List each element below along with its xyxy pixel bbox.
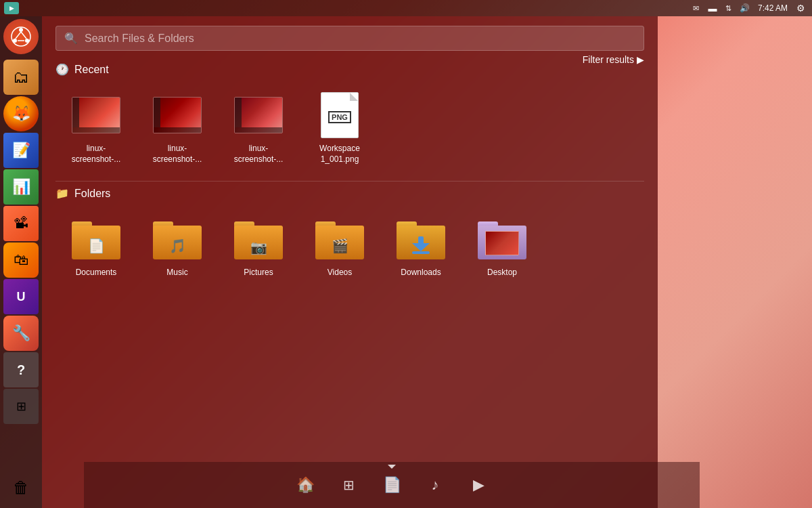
folder-documents-icon: 📄 xyxy=(72,219,120,259)
file-label: Pictures xyxy=(244,268,273,278)
sidebar-item-trash[interactable]: 🗑 xyxy=(3,470,39,505)
list-item[interactable]: 📷 Pictures xyxy=(218,209,299,284)
folder-downloads-icon xyxy=(397,219,445,259)
folder-thumbnail: 🎬 xyxy=(315,215,364,263)
file-label: Music xyxy=(166,268,187,278)
folder-thumbnail: 📷 xyxy=(234,215,283,263)
topbar-left-apps: ▶ xyxy=(0,0,19,16)
sidebar-item-writer[interactable]: 📝 xyxy=(3,133,39,168)
svg-point-3 xyxy=(13,39,17,43)
home-icon: 🏠 xyxy=(296,476,315,494)
topbar: ▶ ✉ ▬ ⇅ 🔊 7:42 AM ⚙ xyxy=(0,0,812,16)
settings-icon: 🔧 xyxy=(12,324,30,342)
file-label: Desktop xyxy=(487,268,517,278)
svg-point-2 xyxy=(25,39,29,43)
list-item[interactable]: linux-screenshot-... xyxy=(218,85,299,170)
volume-icon[interactable]: 🔊 xyxy=(739,2,751,14)
folder-thumbnail xyxy=(397,215,445,263)
filter-results-arrow: ▶ xyxy=(637,54,644,65)
help-icon: ? xyxy=(17,362,25,378)
bottom-dock: 🏠 ⊞ 📄 ♪ ▶ xyxy=(84,462,700,508)
firefox-icon: 🦊 xyxy=(12,105,30,123)
folder-desktop-icon xyxy=(478,219,526,259)
filter-results-label: Filter results xyxy=(583,54,634,65)
recent-icon: 🕐 xyxy=(55,63,69,76)
folder-pictures-icon: 📷 xyxy=(234,219,283,259)
folders-items-grid: 📄 Documents 🎵 Music xyxy=(42,204,658,295)
list-item[interactable]: Desktop xyxy=(461,209,543,284)
sidebar-item-settings[interactable]: 🔧 xyxy=(3,316,39,351)
gear-icon[interactable]: ⚙ xyxy=(794,2,807,14)
file-thumbnail xyxy=(72,91,120,140)
search-input[interactable] xyxy=(85,33,635,45)
sidebar-item-uone[interactable]: U xyxy=(3,279,39,314)
unity-icon: ⊞ xyxy=(16,399,26,414)
music-dock-icon: ♪ xyxy=(432,476,439,494)
files-icon: 🗂 xyxy=(13,68,29,87)
folders-label: Folders xyxy=(74,188,110,200)
dash-overlay: 🔍 Filter results ▶ 🕐 Recent linux-screen… xyxy=(42,16,658,508)
file-thumbnail xyxy=(153,91,202,140)
folder-music-icon: 🎵 xyxy=(153,219,202,259)
file-label: linux-screenshot-... xyxy=(225,144,292,165)
file-label: Documents xyxy=(76,268,117,278)
writer-icon: 📝 xyxy=(12,142,30,159)
sidebar: 🗂 🦊 📝 📊 📽 🛍 U 🔧 ? ⊞ 🗑 xyxy=(0,16,42,508)
dock-video-icon[interactable]: ▶ xyxy=(464,470,493,500)
search-bar[interactable]: 🔍 xyxy=(55,26,644,51)
clock: 7:42 AM xyxy=(758,3,788,13)
topbar-right-icons: ✉ ▬ ⇅ 🔊 7:42 AM ⚙ xyxy=(690,2,807,14)
network-icon[interactable]: ⇅ xyxy=(723,2,735,14)
battery-icon[interactable]: ▬ xyxy=(706,2,719,14)
list-item[interactable]: 🎵 Music xyxy=(137,209,218,284)
svg-point-1 xyxy=(19,28,23,32)
uone-icon: U xyxy=(17,290,26,304)
ubuntu-logo-icon xyxy=(11,26,31,47)
sidebar-item-software[interactable]: 🛍 xyxy=(3,242,39,278)
file-label: linux-screenshot-... xyxy=(143,144,211,165)
png-badge: PNG xyxy=(328,111,351,123)
calc-icon: 📊 xyxy=(12,178,30,196)
screenshot-thumb xyxy=(153,97,202,133)
files-dock-icon: 📄 xyxy=(383,476,401,494)
screenshot-thumb xyxy=(234,97,283,133)
list-item[interactable]: 📄 Documents xyxy=(55,209,137,284)
list-item[interactable]: linux-screenshot-... xyxy=(137,85,218,170)
filter-results-button[interactable]: Filter results ▶ xyxy=(583,42,644,77)
sidebar-item-calc[interactable]: 📊 xyxy=(3,169,39,205)
software-icon: 🛍 xyxy=(14,251,28,269)
dock-home-icon[interactable]: 🏠 xyxy=(290,470,320,500)
list-item[interactable]: linux-screenshot-... xyxy=(55,85,137,170)
topbar-app-icon[interactable]: ▶ xyxy=(4,2,19,14)
mail-icon[interactable]: ✉ xyxy=(690,2,702,14)
folder-thumbnail: 📄 xyxy=(72,215,120,263)
search-icon: 🔍 xyxy=(64,32,78,45)
dock-files-icon[interactable]: 📄 xyxy=(377,470,407,500)
video-dock-icon: ▶ xyxy=(473,476,484,494)
dock-music-icon[interactable]: ♪ xyxy=(420,470,450,500)
file-thumbnail xyxy=(234,91,283,140)
folder-thumbnail xyxy=(478,215,526,263)
dock-apps-icon[interactable]: ⊞ xyxy=(334,470,363,500)
folder-section-icon: 📁 xyxy=(55,187,69,200)
sidebar-item-ubuntu[interactable] xyxy=(3,19,39,54)
screenshot-thumb xyxy=(72,97,120,133)
sidebar-item-unity[interactable]: ⊞ xyxy=(3,389,39,424)
download-arrow-icon xyxy=(412,236,430,254)
list-item[interactable]: Downloads xyxy=(380,209,461,284)
folder-videos-icon: 🎬 xyxy=(315,219,364,259)
file-label: Downloads xyxy=(401,268,441,278)
list-item[interactable]: 🎬 Videos xyxy=(299,209,380,284)
file-thumbnail: PNG xyxy=(315,91,364,140)
impress-icon: 📽 xyxy=(14,215,28,232)
file-label: Videos xyxy=(328,268,352,278)
sidebar-item-files[interactable]: 🗂 xyxy=(3,60,39,95)
file-label: linux-screenshot-... xyxy=(62,144,130,165)
recent-section-header: 🕐 Recent xyxy=(42,58,658,80)
png-thumb: PNG xyxy=(321,92,359,138)
sidebar-item-firefox[interactable]: 🦊 xyxy=(3,96,39,131)
trash-icon: 🗑 xyxy=(13,478,29,497)
sidebar-item-impress[interactable]: 📽 xyxy=(3,206,39,241)
sidebar-item-help[interactable]: ? xyxy=(3,352,39,387)
list-item[interactable]: PNG Workspace 1_001.png xyxy=(299,85,380,170)
